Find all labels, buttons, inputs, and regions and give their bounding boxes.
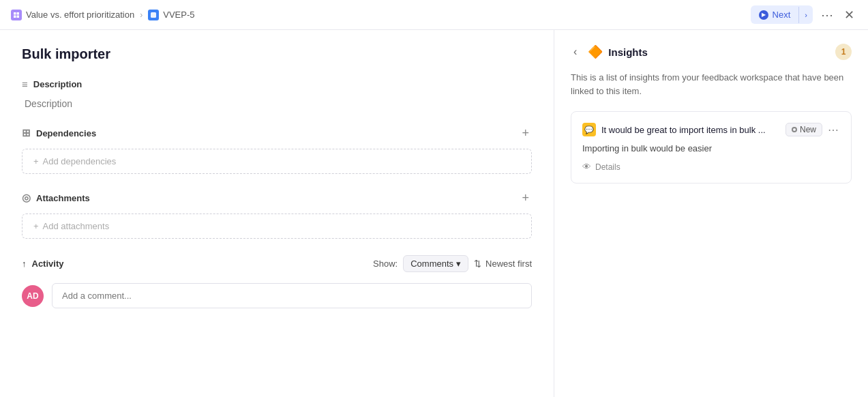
next-button-arrow[interactable]: ›: [798, 7, 813, 23]
insight-card-body: Importing in bulk would be easier: [582, 143, 840, 153]
add-attachments-placeholder[interactable]: + Add attachments: [22, 214, 532, 239]
insight-card-details[interactable]: 👁 Details: [582, 162, 840, 172]
sort-icon: ⇅: [474, 259, 481, 269]
description-icon: ≡: [22, 78, 28, 90]
new-status-badge: New: [785, 123, 822, 136]
insight-card-title-row: 💬 It would be great to import items in b…: [582, 123, 785, 136]
attachments-icon: ◎: [22, 192, 31, 204]
nav-back-button[interactable]: ‹: [571, 44, 580, 59]
description-text: Description: [22, 98, 532, 109]
description-title: ≡ Description: [22, 78, 82, 90]
right-panel-header: ‹ 🔶 Insights 1: [571, 44, 852, 60]
main-layout: Bulk importer ≡ Description Description …: [0, 30, 868, 397]
comment-input-row: AD: [22, 283, 532, 308]
breadcrumb-issue[interactable]: VVEP-5: [148, 10, 194, 20]
activity-title: ↑ Activity: [22, 259, 63, 269]
breadcrumb-separator: ›: [140, 10, 143, 20]
show-filter: Show: Comments ▾ ⇅ Newest first: [373, 255, 532, 272]
svg-rect-3: [17, 15, 20, 18]
insights-title: 🔶 Insights: [588, 44, 648, 59]
page-title: Bulk importer: [22, 46, 532, 62]
breadcrumb-board-label: Value vs. effort prioritization: [26, 10, 134, 20]
comment-input[interactable]: [52, 283, 532, 308]
insight-card: 💬 It would be great to import items in b…: [571, 111, 852, 183]
top-bar-actions: ▶ Next › ⋯ ✕: [751, 5, 857, 25]
next-button-label: ▶ Next: [751, 5, 799, 24]
attachments-header: ◎ Attachments +: [22, 190, 532, 205]
insight-type-icon: 💬: [584, 126, 594, 134]
issue-icon: [148, 10, 159, 20]
board-icon: [11, 10, 22, 20]
attachments-section: ◎ Attachments + + Add attachments: [22, 190, 532, 239]
activity-section: ↑ Activity Show: Comments ▾ ⇅ Newest fir…: [22, 255, 532, 308]
next-button[interactable]: ▶ Next ›: [751, 5, 813, 24]
plus-icon: +: [33, 156, 39, 166]
dependencies-title: ⊞ Dependencies: [22, 127, 96, 139]
dependencies-icon: ⊞: [22, 127, 31, 139]
more-options-button[interactable]: ⋯: [818, 5, 836, 25]
top-bar: Value vs. effort prioritization › VVEP-5…: [0, 0, 868, 30]
add-dependency-button[interactable]: +: [519, 126, 532, 141]
svg-rect-0: [14, 12, 16, 15]
svg-rect-2: [14, 15, 16, 18]
activity-icon: ↑: [22, 259, 27, 269]
chevron-down-icon: ▾: [456, 259, 461, 269]
panel-nav: ‹ 🔶 Insights: [571, 44, 648, 59]
sort-button[interactable]: ⇅ Newest first: [474, 259, 532, 269]
left-panel: Bulk importer ≡ Description Description …: [0, 30, 554, 397]
eye-icon: 👁: [582, 162, 591, 172]
attachments-title: ◎ Attachments: [22, 192, 90, 204]
add-attachment-button[interactable]: +: [519, 190, 532, 205]
right-panel: ‹ 🔶 Insights 1 This is a list of insight…: [554, 30, 868, 397]
svg-rect-1: [17, 12, 20, 15]
add-dependencies-placeholder[interactable]: + Add dependencies: [22, 149, 532, 174]
insights-icon: 🔶: [588, 44, 603, 59]
plus-icon-attach: +: [33, 221, 39, 231]
insight-card-icon: 💬: [582, 123, 596, 136]
close-button[interactable]: ✕: [841, 5, 857, 25]
dependencies-section: ⊞ Dependencies + + Add dependencies: [22, 126, 532, 174]
activity-header: ↑ Activity Show: Comments ▾ ⇅ Newest fir…: [22, 255, 532, 272]
insight-card-title: It would be great to import items in bul…: [601, 125, 766, 135]
insight-card-header: 💬 It would be great to import items in b…: [582, 123, 840, 136]
breadcrumb-board[interactable]: Value vs. effort prioritization: [11, 10, 134, 20]
status-dot-icon: [792, 127, 797, 132]
insights-badge: 1: [835, 44, 852, 60]
dependencies-header: ⊞ Dependencies +: [22, 126, 532, 141]
breadcrumb: Value vs. effort prioritization › VVEP-5: [11, 10, 194, 20]
description-header: ≡ Description: [22, 78, 532, 90]
description-section: ≡ Description Description: [22, 78, 532, 109]
avatar: AD: [22, 285, 44, 307]
breadcrumb-issue-label: VVEP-5: [163, 10, 194, 20]
insight-card-menu-button[interactable]: ⋯: [826, 123, 840, 136]
svg-rect-4: [151, 12, 156, 18]
play-icon: ▶: [759, 10, 768, 20]
comments-filter-dropdown[interactable]: Comments ▾: [403, 255, 468, 272]
insights-description: This is a list of insights from your fee…: [571, 71, 852, 98]
